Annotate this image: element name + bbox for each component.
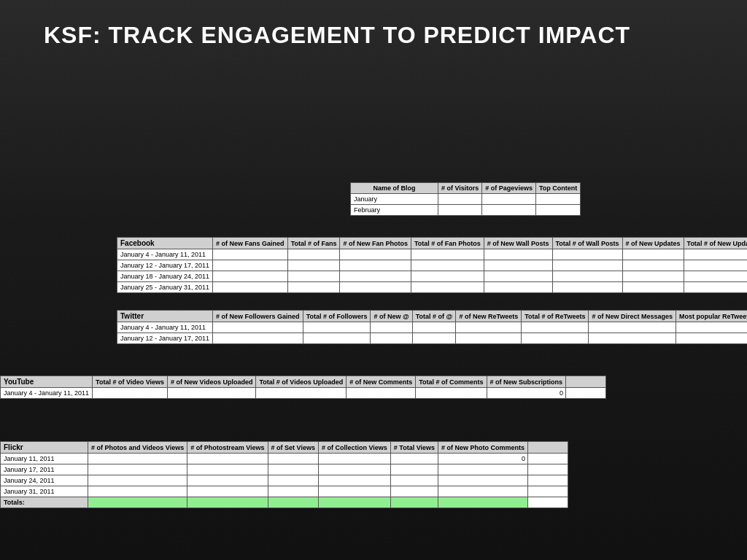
fb-total-fans-header: Total # of Fans [287, 238, 340, 249]
fl-2-1 [88, 464, 187, 475]
fl-row-2: January 17, 2011 [1, 464, 88, 475]
fb-4-8 [684, 282, 747, 293]
fb-2-6 [552, 260, 622, 271]
tw-1-3 [371, 322, 412, 333]
fb-total-posts-header: Total # of Wall Posts [552, 238, 622, 249]
blog-feb-topcontent [535, 205, 580, 216]
fl-4-3 [268, 486, 318, 497]
yt-new-videos-header: # of New Videos Uploaded [168, 376, 256, 388]
blog-visitors-header: # of Visitors [438, 183, 482, 194]
tw-1-4 [412, 322, 456, 333]
tw-1-7 [589, 322, 676, 333]
tw-row-1: January 4 - January 11, 2011 [117, 322, 213, 333]
tw-total-at-header: Total # of @ [412, 311, 456, 322]
blog-pageviews-header: # of Pageviews [482, 183, 536, 194]
fl-1-6: 0 [438, 454, 528, 464]
fb-2-5 [484, 260, 552, 271]
blog-jan-visitors [438, 194, 482, 205]
tw-2-6 [522, 333, 589, 344]
yt-1-7 [566, 388, 606, 399]
fl-1-3 [268, 454, 318, 464]
blog-topcontent-header: Top Content [535, 183, 580, 194]
tw-new-at-header: # of New @ [371, 311, 412, 322]
fl-4-4 [318, 486, 390, 497]
tw-total-followers-header: Total # of Followers [303, 311, 371, 322]
fb-total-photos-header: Total # of Fan Photos [411, 238, 484, 249]
flickr-table: Flickr # of Photos and Videos Views # of… [0, 441, 635, 508]
fl-2-3 [268, 464, 318, 475]
fb-1-5 [484, 249, 552, 260]
blog-name-header: Name of Blog [351, 183, 438, 194]
fl-3-2 [187, 475, 268, 486]
tw-2-8 [676, 333, 747, 344]
fb-3-5 [484, 271, 552, 282]
tw-popular-rt-header: Most popular ReTweet [676, 311, 747, 322]
fb-new-posts-header: # of New Wall Posts [484, 238, 552, 249]
fb-new-updates-header: # of New Updates [622, 238, 684, 249]
fl-2-5 [390, 464, 438, 475]
fb-row-2: January 12 - January 17, 2011 [117, 260, 213, 271]
yt-row-1: January 4 - January 11, 2011 [1, 388, 93, 399]
fb-2-7 [622, 260, 684, 271]
fl-1-2 [187, 454, 268, 464]
fb-2-8 [684, 260, 747, 271]
fb-4-5 [484, 282, 552, 293]
fb-4-3 [340, 282, 411, 293]
blog-row-january: January [351, 194, 438, 205]
fl-photos-views-header: # of Photos and Videos Views [88, 442, 187, 454]
fl-3-6 [438, 475, 528, 486]
fb-4-1 [213, 282, 288, 293]
fl-3-5 [390, 475, 438, 486]
fl-row-3: January 24, 2011 [1, 475, 88, 486]
fl-4-6 [438, 486, 528, 497]
fb-3-6 [552, 271, 622, 282]
yt-1-5 [416, 388, 487, 399]
yt-subscriptions-header: # of New Subscriptions [487, 376, 566, 388]
tw-2-2 [303, 333, 371, 344]
fb-3-8 [684, 271, 747, 282]
tw-new-followers-header: # of New Followers Gained [213, 311, 303, 322]
page-title: KSF: TRACK ENGAGEMENT TO PREDICT IMPACT [0, 0, 747, 71]
spreadsheet-area: Name of Blog # of Visitors # of Pageview… [117, 182, 747, 560]
fb-2-2 [287, 260, 340, 271]
fl-2-6 [438, 464, 528, 475]
fb-3-4 [411, 271, 484, 282]
fl-2-2 [187, 464, 268, 475]
fb-4-7 [622, 282, 684, 293]
fb-3-7 [622, 271, 684, 282]
tw-1-8 [676, 322, 747, 333]
fl-4-1 [88, 486, 187, 497]
fb-row-1: January 4 - January 11, 2011 [117, 249, 213, 260]
fl-collection-views-header: # of Collection Views [318, 442, 390, 454]
fl-tot-5 [390, 497, 438, 508]
fl-1-1 [88, 454, 187, 464]
fb-new-fans-header: # of New Fans Gained [213, 238, 288, 249]
fl-extra-col [528, 442, 568, 454]
fb-3-3 [340, 271, 411, 282]
fl-3-4 [318, 475, 390, 486]
twitter-table: Twitter # of New Followers Gained Total … [117, 310, 747, 344]
yt-video-views-header: Total # of Video Views [93, 376, 168, 388]
fl-tot-3 [268, 497, 318, 508]
flickr-header: Flickr [1, 442, 88, 454]
fl-set-views-header: # of Set Views [268, 442, 318, 454]
fl-total-views-header: # Total Views [390, 442, 438, 454]
tw-row-2: January 12 - January 17, 2011 [117, 333, 213, 344]
fb-2-1 [213, 260, 288, 271]
fl-2-4 [318, 464, 390, 475]
fl-4-5 [390, 486, 438, 497]
fl-2-7 [528, 464, 568, 475]
tw-1-2 [303, 322, 371, 333]
yt-1-6: 0 [487, 388, 566, 399]
fb-1-3 [340, 249, 411, 260]
tw-1-1 [213, 322, 303, 333]
facebook-table: Facebook # of New Fans Gained Total # of… [117, 237, 747, 293]
fl-tot-6 [438, 497, 528, 508]
fb-1-1 [213, 249, 288, 260]
fl-tot-7 [528, 497, 568, 508]
fl-totals: Totals: [1, 497, 88, 508]
tw-2-7 [589, 333, 676, 344]
fb-4-4 [411, 282, 484, 293]
twitter-header: Twitter [117, 311, 213, 322]
yt-total-videos-header: Total # of Videos Uploaded [256, 376, 347, 388]
